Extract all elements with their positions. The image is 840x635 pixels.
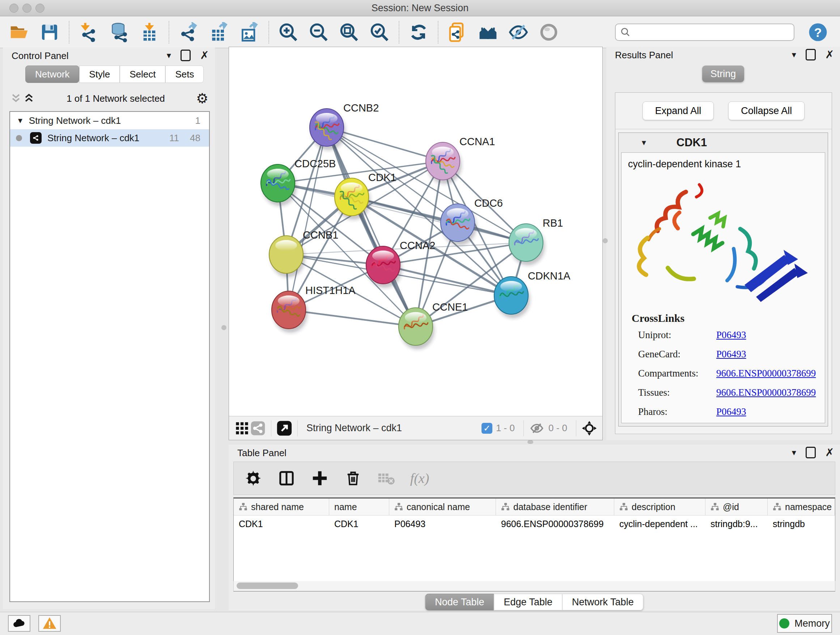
- selected-checkbox[interactable]: ✓: [482, 423, 493, 434]
- import-network-database-icon[interactable]: [109, 22, 129, 43]
- crosslink-compartments[interactable]: 9606.ENSP00000378699: [716, 368, 816, 379]
- column-header-description[interactable]: description: [614, 499, 706, 515]
- table-row[interactable]: CDK1CDK1P064939606.ENSP00000378699cyclin…: [234, 516, 835, 532]
- network-node-CDC6[interactable]: CDC6: [441, 197, 503, 245]
- function-builder-icon[interactable]: f(x): [410, 469, 429, 488]
- crosslink-pharos[interactable]: P06493: [716, 406, 746, 417]
- column-header-database-identifier[interactable]: database identifier: [496, 499, 614, 515]
- open-session-icon[interactable]: [9, 22, 30, 43]
- collection-expander-icon[interactable]: ▼: [17, 117, 24, 125]
- panel-close-icon[interactable]: ✗: [200, 50, 209, 61]
- grid-view-icon[interactable]: [234, 420, 250, 436]
- scrollbar-thumb[interactable]: [237, 583, 298, 589]
- table-cell[interactable]: P06493: [389, 516, 496, 532]
- help-icon[interactable]: ?: [807, 22, 829, 43]
- panel-menu-icon[interactable]: ▾: [792, 50, 796, 59]
- column-header-name[interactable]: name: [329, 499, 389, 515]
- panel-float-icon[interactable]: [806, 49, 816, 60]
- table-cell[interactable]: cyclin-dependent ...: [614, 516, 706, 532]
- table-horizontal-scrollbar[interactable]: [233, 581, 835, 591]
- left-splitter-handle[interactable]: [221, 325, 226, 330]
- bottom-splitter-handle[interactable]: [527, 440, 533, 444]
- network-node-CDKN1A[interactable]: CDKN1A: [494, 270, 570, 318]
- panel-menu-icon[interactable]: ▾: [792, 448, 796, 457]
- table-cell[interactable]: stringdb:9...: [706, 516, 767, 532]
- network-node-HIST1H1A[interactable]: HIST1H1A: [272, 285, 355, 333]
- panel-close-icon[interactable]: ✗: [825, 49, 834, 60]
- zoom-fit-icon[interactable]: [339, 22, 360, 43]
- expand-all-icon[interactable]: [22, 92, 35, 105]
- protein-expander-icon[interactable]: ▼: [640, 139, 647, 147]
- right-splitter-handle[interactable]: [603, 238, 608, 243]
- zoom-out-icon[interactable]: [308, 22, 329, 43]
- panel-menu-icon[interactable]: ▾: [167, 51, 171, 60]
- export-image-icon[interactable]: [239, 22, 260, 43]
- tab-edge-table[interactable]: Edge Table: [494, 594, 562, 610]
- network-share-icon[interactable]: [250, 420, 266, 436]
- protein-section-header[interactable]: ▼ CDK1: [619, 133, 828, 152]
- network-options-gear-icon[interactable]: ⚙: [196, 92, 208, 105]
- network-collection-row[interactable]: ▼ String Network – cdk1 1: [10, 112, 209, 129]
- table-cell[interactable]: stringdb: [767, 516, 835, 532]
- node-label-CDC25B: CDC25B: [294, 158, 336, 169]
- network-row[interactable]: String Network – cdk1 11 48: [10, 129, 209, 147]
- panel-float-icon[interactable]: [806, 447, 816, 458]
- add-column-icon[interactable]: [310, 469, 329, 488]
- expand-all-button[interactable]: Expand All: [643, 101, 714, 120]
- refresh-icon[interactable]: [408, 22, 429, 43]
- network-edge-ccne1-hist1h1a[interactable]: [289, 310, 416, 326]
- tab-select[interactable]: Select: [120, 65, 165, 83]
- tab-string[interactable]: String: [702, 65, 744, 82]
- export-table-icon[interactable]: [208, 22, 229, 43]
- cloud-status-button[interactable]: [8, 615, 30, 632]
- memory-button[interactable]: Memory: [777, 614, 832, 633]
- string-query-icon[interactable]: [447, 22, 468, 43]
- crosslink-genecard[interactable]: P06493: [716, 348, 746, 360]
- collapse-all-button[interactable]: Collapse All: [728, 101, 805, 120]
- footer-separator: [576, 420, 576, 436]
- panel-float-icon[interactable]: [180, 50, 191, 61]
- network-canvas[interactable]: CCNB2CCNA1CDC25BCDK1CDC6RB1CCNB1CCNA2CDK…: [229, 47, 602, 416]
- pan-crosshair-icon[interactable]: [581, 420, 597, 436]
- column-header-namespace[interactable]: namespace: [767, 499, 835, 515]
- crosslink-tissues[interactable]: 9606.ENSP00000378699: [716, 387, 816, 398]
- network-node-CCNA1[interactable]: CCNA1: [426, 136, 495, 184]
- tab-node-table[interactable]: Node Table: [425, 594, 494, 610]
- table-settings-gear-icon[interactable]: [244, 469, 263, 488]
- delete-table-icon[interactable]: [377, 469, 396, 488]
- zoom-in-icon[interactable]: [278, 22, 299, 43]
- tab-network-table[interactable]: Network Table: [562, 594, 644, 610]
- tab-network[interactable]: Network: [25, 65, 79, 83]
- save-session-icon[interactable]: [39, 22, 60, 43]
- network-edge-ccnb2-hist1h1a[interactable]: [289, 127, 327, 310]
- string-show-icon[interactable]: [538, 22, 559, 43]
- column-header-shared-name[interactable]: shared name: [234, 499, 329, 515]
- tab-sets[interactable]: Sets: [165, 65, 204, 83]
- table-cell[interactable]: CDK1: [329, 516, 389, 532]
- collapse-all-icon[interactable]: [9, 92, 22, 105]
- crosslink-uniprot[interactable]: P06493: [716, 329, 746, 340]
- column-header-@id[interactable]: @id: [706, 499, 767, 515]
- import-table-file-icon[interactable]: [139, 22, 160, 43]
- search-box[interactable]: [615, 24, 794, 41]
- table-cell[interactable]: 9606.ENSP00000378699: [496, 516, 614, 532]
- network-node-CCNB1[interactable]: CCNB1: [269, 229, 338, 277]
- toggle-columns-icon[interactable]: [277, 469, 296, 488]
- network-node-RB1[interactable]: RB1: [509, 217, 563, 265]
- table-panel: Table Panel ▾ ✗ f(x) shared namenamecano…: [229, 445, 840, 610]
- hidden-eye-icon[interactable]: [529, 420, 545, 436]
- tab-style[interactable]: Style: [79, 65, 120, 83]
- string-home-icon[interactable]: [477, 22, 499, 43]
- zoom-selected-icon[interactable]: [369, 22, 390, 43]
- table-cell[interactable]: CDK1: [234, 516, 329, 532]
- warning-button[interactable]: [38, 615, 61, 632]
- export-network-icon[interactable]: [178, 22, 199, 43]
- string-hide-icon[interactable]: [508, 22, 529, 43]
- column-header-canonical-name[interactable]: canonical name: [389, 499, 496, 515]
- import-network-file-icon[interactable]: [78, 22, 99, 43]
- delete-column-icon[interactable]: [344, 469, 363, 488]
- panel-close-icon[interactable]: ✗: [825, 447, 834, 458]
- birdseye-toggle-icon[interactable]: [276, 420, 292, 436]
- network-node-CCNE1[interactable]: CCNE1: [399, 301, 468, 349]
- search-input[interactable]: [631, 27, 789, 38]
